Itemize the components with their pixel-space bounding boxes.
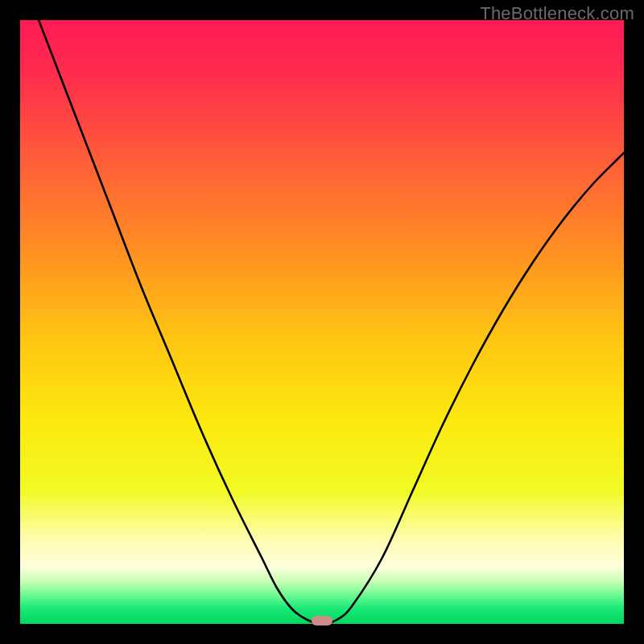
chart-frame: TheBottleneck.com	[0, 0, 644, 644]
optimal-point-marker	[312, 616, 332, 625]
bottleneck-curve	[20, 20, 624, 624]
curve-layer	[20, 20, 624, 624]
plot-area	[20, 20, 624, 624]
watermark-label: TheBottleneck.com	[480, 3, 634, 24]
